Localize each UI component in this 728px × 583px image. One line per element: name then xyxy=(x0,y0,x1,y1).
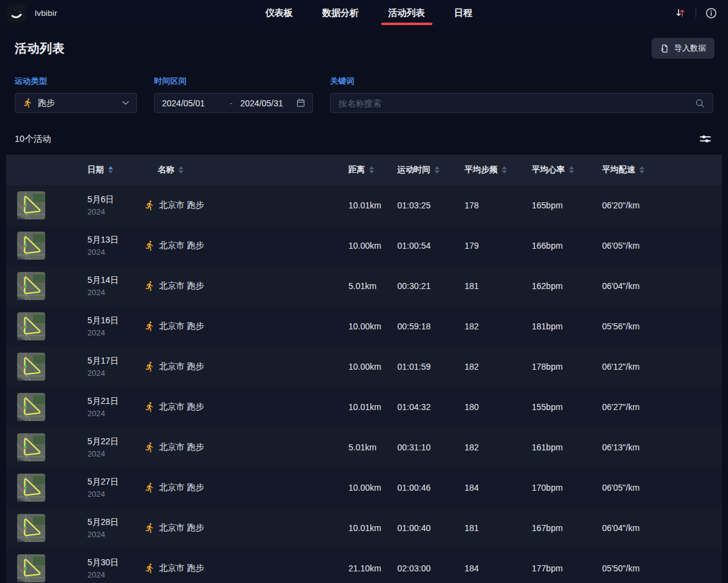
cell-duration: 01:01:59 xyxy=(397,362,465,372)
keyword-filter: 关键词 xyxy=(330,76,713,113)
cell-heart-rate: 166bpm xyxy=(532,241,602,251)
tab-activity-list[interactable]: 活动列表 xyxy=(387,0,426,26)
activity-name: 北京市 跑步 xyxy=(159,402,204,413)
date-end-value[interactable]: 2024/05/31 xyxy=(240,98,293,108)
cell-distance: 5.01km xyxy=(348,281,397,291)
date-start-value[interactable]: 2024/05/01 xyxy=(162,98,222,108)
activity-date: 5月17日 xyxy=(87,356,144,367)
route-map-icon xyxy=(17,232,45,260)
activity-name: 北京市 跑步 xyxy=(159,200,204,211)
route-map-icon xyxy=(17,272,45,300)
cell-name: 北京市 跑步 xyxy=(144,361,348,372)
cell-distance: 10.01km xyxy=(348,402,397,412)
cell-duration: 01:00:40 xyxy=(397,523,465,533)
activity-date: 5月27日 xyxy=(87,477,144,488)
cell-date: 5月6日 2024 xyxy=(87,194,144,216)
route-map-icon xyxy=(17,353,45,381)
cell-cadence: 179 xyxy=(465,241,532,251)
date-range-label: 时间区间 xyxy=(154,76,313,87)
table-row[interactable]: 5月16日 2024 北京市 跑步 10.00km 00:59:18 182 1… xyxy=(6,306,722,346)
activity-name: 北京市 跑步 xyxy=(159,240,204,251)
table-header: 日期 名称 距离 运动时间 平均步频 平均心率 平均配速 xyxy=(6,155,722,185)
calendar-icon xyxy=(296,98,305,108)
runner-icon xyxy=(144,522,155,534)
route-map-icon xyxy=(17,554,45,582)
activity-date: 5月22日 xyxy=(87,436,144,447)
activity-name: 北京市 跑步 xyxy=(159,482,204,493)
cell-cadence: 182 xyxy=(465,362,532,372)
table-body: 5月6日 2024 北京市 跑步 10.01km 01:03:25 178 16… xyxy=(6,185,722,583)
tab-dashboard[interactable]: 仪表板 xyxy=(264,0,294,26)
activity-date: 5月6日 xyxy=(87,194,144,205)
activity-name: 北京市 跑步 xyxy=(159,563,204,574)
tab-analysis[interactable]: 数据分析 xyxy=(321,0,360,26)
table-row[interactable]: 5月30日 2024 北京市 跑步 21.10km 02:03:00 184 1… xyxy=(6,548,722,583)
activity-count: 10个活动 xyxy=(15,133,51,145)
route-map-icon xyxy=(17,393,45,421)
cell-pace: 06'04"/km xyxy=(602,523,722,533)
sort-arrows-icon xyxy=(435,166,439,174)
cell-pace: 06'12"/km xyxy=(602,362,722,372)
cell-cadence: 178 xyxy=(465,200,532,210)
runner-icon xyxy=(144,402,155,413)
cell-date: 5月14日 2024 xyxy=(87,275,144,297)
cell-name: 北京市 跑步 xyxy=(144,563,348,574)
table-row[interactable]: 5月6日 2024 北京市 跑步 10.01km 01:03:25 178 16… xyxy=(6,185,722,226)
cell-duration: 01:00:54 xyxy=(397,241,465,251)
cell-cadence: 184 xyxy=(465,563,532,573)
nav-tabs: 仪表板 数据分析 活动列表 日程 xyxy=(264,0,474,26)
cell-duration: 01:00:46 xyxy=(397,483,465,493)
info-icon xyxy=(705,7,717,19)
cell-distance: 10.00km xyxy=(348,362,397,372)
column-settings-button[interactable] xyxy=(697,131,713,146)
table-row[interactable]: 5月21日 2024 北京市 跑步 10.01km 01:04:32 180 1… xyxy=(6,387,722,427)
cell-name: 北京市 跑步 xyxy=(144,280,348,292)
cell-name: 北京市 跑步 xyxy=(144,402,348,413)
runner-icon xyxy=(23,98,33,108)
cell-date: 5月17日 2024 xyxy=(87,356,144,378)
cell-pace: 06'05"/km xyxy=(602,241,722,251)
cell-cadence: 184 xyxy=(465,483,532,493)
route-map-thumbnail xyxy=(17,312,45,340)
cell-name: 北京市 跑步 xyxy=(144,482,348,493)
runner-icon xyxy=(144,200,155,211)
route-map-thumbnail xyxy=(17,514,45,542)
sport-type-select[interactable]: 跑步 xyxy=(15,93,137,113)
activity-table: 日期 名称 距离 运动时间 平均步频 平均心率 平均配速 xyxy=(6,155,722,583)
cell-duration: 00:59:18 xyxy=(397,321,465,331)
column-header-date[interactable]: 日期 xyxy=(87,164,144,175)
table-row[interactable]: 5月17日 2024 北京市 跑步 10.00km 01:01:59 182 1… xyxy=(6,346,722,387)
activity-year: 2024 xyxy=(87,207,144,216)
column-header-duration[interactable]: 运动时间 xyxy=(397,164,465,175)
info-button[interactable] xyxy=(704,6,718,20)
column-header-heart-rate[interactable]: 平均心率 xyxy=(532,164,602,175)
runner-icon xyxy=(144,240,155,251)
column-header-pace[interactable]: 平均配速 xyxy=(602,164,722,175)
date-range-picker[interactable]: 2024/05/01 - 2024/05/31 xyxy=(154,93,313,113)
sort-toggle-button[interactable] xyxy=(673,6,688,20)
column-header-distance[interactable]: 距离 xyxy=(348,164,397,175)
activity-name: 北京市 跑步 xyxy=(159,361,204,372)
app-logo[interactable] xyxy=(7,4,26,23)
table-row[interactable]: 5月28日 2024 北京市 跑步 10.01km 01:00:40 181 1… xyxy=(6,508,722,548)
activity-year: 2024 xyxy=(87,328,144,337)
search-icon[interactable] xyxy=(695,98,705,108)
cat-logo-icon xyxy=(7,4,26,23)
table-row[interactable]: 5月14日 2024 北京市 跑步 5.01km 00:30:21 181 16… xyxy=(6,266,722,306)
table-row[interactable]: 5月27日 2024 北京市 跑步 10.00km 01:00:46 184 1… xyxy=(6,468,722,508)
route-map-thumbnail xyxy=(17,272,45,300)
cell-distance: 10.01km xyxy=(348,523,397,533)
import-data-button[interactable]: 导入数据 xyxy=(652,38,715,59)
top-navbar: lvbibir 仪表板 数据分析 活动列表 日程 xyxy=(0,0,728,26)
page-header: 活动列表 导入数据 xyxy=(0,26,728,59)
tab-schedule[interactable]: 日程 xyxy=(453,0,474,26)
search-input[interactable] xyxy=(339,98,689,108)
runner-icon xyxy=(144,563,155,574)
column-header-cadence[interactable]: 平均步频 xyxy=(465,164,532,175)
activity-year: 2024 xyxy=(87,288,144,297)
runner-icon xyxy=(144,482,155,493)
table-row[interactable]: 5月22日 2024 北京市 跑步 5.01km 00:31:10 182 16… xyxy=(6,427,722,468)
cell-distance: 10.01km xyxy=(348,200,397,210)
column-header-name[interactable]: 名称 xyxy=(144,164,348,175)
table-row[interactable]: 5月13日 2024 北京市 跑步 10.00km 01:00:54 179 1… xyxy=(6,226,722,266)
